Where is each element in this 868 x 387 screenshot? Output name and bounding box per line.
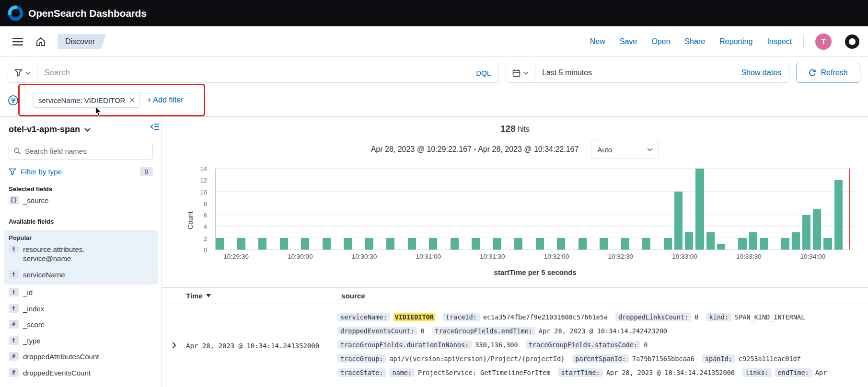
expand-row-icon[interactable] (171, 312, 177, 380)
time-column-header[interactable]: Time (186, 292, 337, 300)
query-language-button[interactable]: DQL (468, 69, 498, 77)
time-range-value[interactable]: Last 5 minutes (535, 68, 741, 77)
histogram-bar[interactable] (451, 238, 459, 250)
histogram-bar[interactable] (749, 232, 757, 250)
source-field-value: Apr (815, 369, 827, 376)
nav-action-share[interactable]: Share (684, 37, 705, 46)
saved-filters-icon[interactable] (8, 95, 19, 106)
available-fields-heading: Available fields (9, 218, 153, 225)
histogram-bar[interactable] (600, 238, 608, 250)
histogram-bar[interactable] (323, 238, 331, 250)
interval-select[interactable]: Auto (591, 140, 659, 159)
histogram-bar[interactable] (237, 238, 245, 250)
histogram-bar[interactable] (557, 238, 565, 250)
histogram-bar[interactable] (216, 238, 224, 250)
collapse-sidebar-icon[interactable] (149, 121, 162, 134)
x-tick-label: 10:32:00 (544, 253, 569, 260)
histogram-bar[interactable] (760, 238, 768, 250)
field-item-_index[interactable]: t_index (9, 301, 153, 317)
chevron-down-icon (523, 71, 529, 75)
histogram-bar[interactable] (579, 238, 587, 250)
histogram-bar[interactable] (280, 238, 288, 250)
breadcrumb-discover[interactable]: Discover (58, 34, 106, 49)
popular-fields-block: Popular tresource.​attributes.​service@n… (4, 230, 158, 285)
show-dates-link[interactable]: Show dates (741, 68, 789, 77)
index-pattern-selector[interactable]: otel-v1-apm-span (9, 125, 153, 135)
histogram-bar[interactable] (429, 238, 437, 250)
field-name-label: droppedAttributesCount (23, 352, 99, 362)
chevron-down-icon (84, 128, 91, 132)
search-input[interactable] (37, 68, 468, 78)
field-item-droppedEventsCount[interactable]: #droppedEventsCount (9, 365, 153, 381)
sort-descending-icon (206, 294, 211, 297)
field-item-resource.attributes.service@name[interactable]: tresource.​attributes.​service@name (9, 241, 153, 267)
brand-title: OpenSearch Dashboards (28, 8, 147, 19)
histogram-bar[interactable] (621, 238, 629, 250)
field-type-badge: # (9, 320, 19, 329)
field-item-serviceName[interactable]: tserviceName (9, 267, 153, 283)
histogram-bar[interactable] (365, 238, 373, 250)
histogram-bar[interactable] (717, 244, 725, 250)
field-item-_source[interactable]: {}_source (9, 193, 153, 209)
filter-funnel-icon (9, 168, 16, 175)
source-field-value: SPAN_KIND_INTERNAL (735, 313, 805, 321)
fields-sidebar: otel-v1-apm-span Filter by type 0 Select… (0, 117, 162, 387)
filter-by-type-button[interactable]: Filter by type 0 (9, 167, 153, 176)
field-item-_type[interactable]: t_type (9, 333, 153, 349)
time-cell: Apr 28, 2023 @ 10:34:14.241352000 (186, 310, 337, 380)
histogram-bar[interactable] (386, 238, 394, 250)
histogram-bar[interactable] (813, 209, 821, 250)
field-item-_id[interactable]: t_id (9, 285, 153, 301)
remove-filter-icon[interactable] (130, 98, 135, 102)
nav-action-new[interactable]: New (590, 37, 605, 46)
histogram-bar[interactable] (738, 238, 746, 250)
menu-hamburger-icon[interactable] (9, 34, 27, 50)
nav-action-open[interactable]: Open (651, 37, 670, 46)
histogram-bar[interactable] (664, 238, 672, 250)
histogram-bar[interactable] (834, 180, 843, 250)
histogram-bar[interactable] (695, 169, 704, 250)
nav-action-save[interactable]: Save (620, 37, 637, 46)
histogram-bar[interactable] (823, 238, 832, 250)
histogram-x-axis: 10:29:3010:30:0010:30:3010:31:0010:31:30… (215, 253, 856, 263)
field-search-input[interactable] (25, 147, 148, 155)
refresh-button[interactable]: Refresh (796, 63, 860, 83)
histogram-bar[interactable] (472, 238, 480, 250)
histogram-bar[interactable] (792, 232, 800, 250)
histogram-bar[interactable] (493, 238, 501, 250)
histogram-plot (215, 169, 856, 250)
field-name-label: resource.​attributes.​service@name (23, 245, 125, 263)
home-icon[interactable] (32, 33, 50, 51)
histogram-bar[interactable] (408, 238, 416, 250)
saved-query-icon (14, 69, 23, 77)
field-item-_score[interactable]: #_score (9, 317, 153, 333)
histogram-bar[interactable] (514, 238, 522, 250)
source-field-key: droppedEventsCount: (337, 327, 417, 335)
field-item-droppedAttributesCount[interactable]: #droppedAttributesCount (9, 349, 153, 365)
histogram-bar[interactable] (685, 232, 693, 250)
add-filter-link[interactable]: + Add filter (147, 96, 183, 104)
histogram-bar[interactable] (674, 192, 683, 250)
source-field-key: kind: (706, 313, 731, 321)
nav-action-reporting[interactable]: Reporting (719, 37, 752, 46)
avatar[interactable]: T (815, 34, 832, 50)
app-circle-icon[interactable] (845, 34, 859, 49)
filter-pill-servicename[interactable]: serviceName: VIDIEDITOR (33, 93, 140, 108)
histogram-bar[interactable] (536, 238, 544, 250)
field-type-badge: # (9, 368, 19, 377)
saved-query-menu-button[interactable] (8, 63, 37, 82)
histogram-bar[interactable] (781, 238, 789, 250)
histogram-bar[interactable] (802, 215, 810, 250)
histogram-bar[interactable] (344, 238, 352, 250)
histogram-bar[interactable] (301, 238, 309, 250)
histogram-bar[interactable] (706, 232, 715, 250)
histogram-bar[interactable] (258, 238, 266, 250)
nav-action-inspect[interactable]: Inspect (767, 37, 792, 46)
source-field-value: VIDIEDITOR (393, 313, 435, 321)
source-field-value: Apr 28, 2023 @ 10:34:14.242423200 (539, 327, 667, 335)
gridline (216, 203, 856, 203)
histogram-bar[interactable] (642, 238, 650, 250)
query-bar: DQL Last 5 minutes Show dates Refresh (0, 57, 868, 89)
calendar-menu-button[interactable] (506, 63, 535, 82)
time-value: Apr 28, 2023 @ 10:34:14.241352000 (186, 341, 319, 350)
